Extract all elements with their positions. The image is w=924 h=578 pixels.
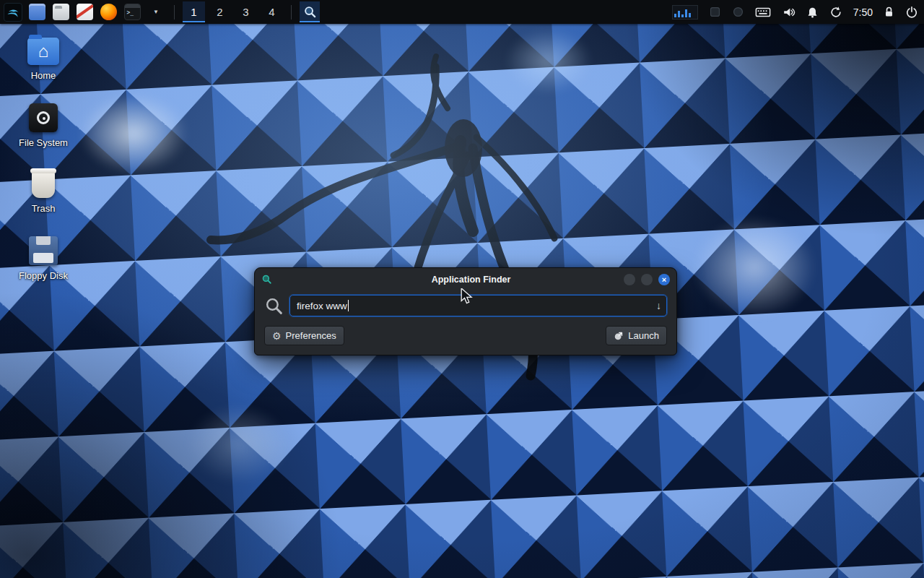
volume-icon[interactable] [782, 6, 796, 19]
workspace-1[interactable]: 1 [183, 1, 205, 22]
desktop-icon-label: File System [19, 137, 68, 148]
window-manager-launcher[interactable] [27, 1, 47, 22]
house-glyph: ⌂ [38, 41, 49, 61]
firefox-launcher[interactable] [98, 1, 118, 22]
updates-icon[interactable] [829, 6, 842, 19]
power-logout-icon[interactable] [905, 6, 918, 19]
search-input[interactable]: firefox www ↓ [289, 295, 667, 316]
graph-bar [678, 11, 680, 17]
desktop-icon-list: ⌂ Home File System Trash Floppy Disk [10, 38, 77, 281]
preferences-button[interactable]: ⚙ Preferences [264, 326, 344, 345]
text-editor-launcher[interactable] [74, 1, 95, 22]
file-system-drive-icon [29, 103, 58, 132]
tray-cpu-graph-icon[interactable] [672, 5, 698, 20]
desktop-icon-label: Floppy Disk [19, 270, 68, 281]
graph-bar [674, 14, 676, 17]
maximize-button[interactable] [641, 274, 653, 285]
workspace-2[interactable]: 2 [209, 1, 231, 22]
close-button[interactable]: × [658, 274, 670, 285]
workspace-3[interactable]: 3 [235, 1, 257, 22]
text-caret [348, 300, 349, 311]
launch-button[interactable]: Launch [606, 326, 667, 345]
launch-button-label: Launch [628, 330, 659, 341]
gear-icon: ⚙ [272, 330, 282, 342]
window-title: Application Finder [272, 275, 670, 285]
workspace-1-label: 1 [191, 6, 196, 18]
preferences-button-label: Preferences [286, 330, 336, 341]
drive-ring [37, 111, 50, 124]
launch-icon [614, 331, 624, 341]
search-input-value: firefox www [297, 301, 347, 311]
workspace-4-label: 4 [269, 6, 274, 18]
application-finder-window: Application Finder × firefox www ↓ ⚙ Pre… [254, 267, 677, 355]
desktop-icon-floppy[interactable]: Floppy Disk [10, 236, 77, 281]
app-finder-window-icon [261, 274, 272, 285]
graph-bar [681, 14, 684, 17]
graph-bar [685, 9, 687, 17]
graph-bar [689, 13, 691, 17]
desktop-icon-trash[interactable]: Trash [10, 171, 77, 214]
tray-icon[interactable] [732, 6, 744, 18]
tray-icon[interactable] [709, 6, 721, 18]
text-editor-icon [77, 4, 93, 20]
keyboard-layout-icon[interactable] [755, 6, 771, 19]
notifications-bell-icon[interactable] [806, 6, 819, 19]
terminal-icon [124, 4, 141, 20]
panel-separator [291, 5, 292, 20]
app-finder-launcher[interactable] [300, 1, 320, 22]
terminal-launcher[interactable] [122, 1, 142, 22]
window-manager-icon [29, 4, 45, 20]
terminal-dropdown-button[interactable]: ▼ [146, 1, 166, 22]
minimize-button[interactable] [624, 274, 635, 285]
panel-separator [174, 5, 175, 20]
titlebar[interactable]: Application Finder × [255, 268, 676, 290]
search-icon [264, 296, 284, 316]
lock-screen-icon[interactable] [884, 6, 894, 18]
kali-menu-button[interactable] [3, 1, 23, 22]
mouse-cursor [460, 288, 474, 304]
dropdown-arrow-icon[interactable]: ↓ [656, 300, 661, 311]
home-folder-icon: ⌂ [27, 38, 59, 65]
top-panel: ▼ 1 2 3 4 [0, 0, 924, 24]
floppy-disk-icon [29, 236, 58, 265]
desktop-icon-label: Trash [32, 203, 56, 214]
desktop-icon-home[interactable]: ⌂ Home [10, 38, 77, 81]
workspace-3-label: 3 [243, 6, 248, 18]
kali-logo-icon [4, 3, 22, 22]
window-buttons: × [624, 268, 670, 290]
workspace-4[interactable]: 4 [261, 1, 283, 22]
desktop-icon-file-system[interactable]: File System [10, 103, 77, 148]
trash-bucket-icon [32, 171, 55, 198]
workspace-2-label: 2 [217, 6, 222, 18]
magnifier-icon [303, 5, 317, 19]
desktop-icon-label: Home [31, 70, 56, 81]
file-manager-launcher[interactable] [51, 1, 71, 22]
firefox-icon [100, 4, 117, 20]
file-manager-icon [53, 4, 69, 20]
clock[interactable]: 7:50 [853, 7, 873, 18]
chevron-down-icon: ▼ [152, 9, 160, 15]
